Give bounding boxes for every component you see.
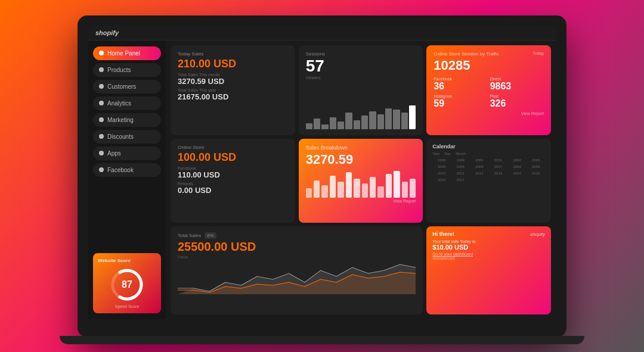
breakdown-bar-item	[386, 174, 392, 198]
cal-year-header: Year	[432, 152, 439, 155]
analytics-icon	[99, 101, 104, 105]
sidebar-item-marketing[interactable]: Marketing	[93, 113, 161, 127]
breakdown-bar-item	[370, 177, 376, 197]
notif-greeting: Hi there!	[432, 231, 454, 237]
bar-item	[338, 122, 344, 129]
breakdown-bar-item	[314, 180, 320, 198]
notification-card: Hi there! shopify Your total sale Today …	[426, 226, 551, 314]
viewers-label: Viewers	[306, 76, 416, 80]
notif-shopify-logo: shopify	[530, 232, 545, 237]
bar-item	[393, 110, 400, 129]
sidebar-item-label: Home Panel	[107, 50, 140, 57]
bar-item	[385, 108, 392, 129]
calendar-cell[interactable]: 2017	[451, 177, 470, 183]
refunds-value: 0.00 USD	[178, 186, 288, 195]
facebook-icon	[99, 167, 104, 172]
cal-month-header: Month	[456, 152, 466, 155]
calendar-cell[interactable]: 2015	[527, 170, 545, 176]
dashboard-content: Today Sales 210.00 USD Total Sales This …	[166, 41, 556, 319]
sessions-bar-chart	[306, 105, 416, 129]
calendar-cell[interactable]: 1998	[432, 157, 451, 163]
calendar-cell[interactable]: 2005	[451, 164, 470, 170]
sidebar-item-customers[interactable]: Customers	[93, 80, 161, 94]
sidebar-item-label: Facebook	[107, 167, 134, 173]
total-year-label: Total Sales This year	[178, 88, 288, 92]
calendar-cell[interactable]: 2012	[470, 170, 489, 176]
total-month-row: Total Sales This month 3270.59 USD	[178, 73, 288, 86]
sidebar-item-label: Products	[107, 67, 131, 73]
breakdown-bar-item	[306, 188, 312, 198]
value-axis-label: Value	[178, 255, 416, 259]
bar-item	[409, 105, 416, 129]
sidebar-item-home[interactable]: Home Panel	[93, 46, 161, 60]
total-sales-header: Total Sales 6%	[178, 232, 416, 239]
calendar-cell[interactable]: 2000	[470, 157, 489, 163]
traffic-facebook-value: 36	[434, 81, 487, 92]
traffic-direct: Direct 9863	[490, 77, 544, 92]
bar-item	[369, 111, 376, 129]
calendar-card: Calendar Year Day Month 1998199920002001…	[426, 139, 551, 223]
calendar-cell[interactable]: 1999	[451, 157, 470, 163]
traffic-facebook-label: Facebook	[434, 77, 487, 81]
discounts-icon	[99, 134, 104, 139]
bar-item	[401, 113, 408, 129]
calendar-cell[interactable]: 2002	[508, 157, 527, 163]
today-sales-label: Today Sales	[178, 51, 288, 57]
breakdown-bar-item	[402, 182, 408, 197]
total-sales-value: 25500.00 USD	[178, 240, 416, 254]
breakdown-bar-item	[354, 179, 360, 198]
calendar-subheader: Year Day Month	[432, 152, 545, 155]
home-icon	[99, 51, 104, 55]
calendar-cell[interactable]: 2013	[489, 170, 507, 176]
breakdown-bar-item	[377, 186, 383, 198]
bar-item	[321, 124, 328, 129]
total-year-row: Total Sales This year 21675.00 USD	[178, 88, 288, 101]
breakdown-bar-item	[362, 183, 368, 198]
calendar-cell[interactable]: 2009	[527, 164, 545, 170]
traffic-total: 10285	[434, 58, 544, 73]
calendar-cell[interactable]: 2001	[489, 157, 507, 163]
facebook-row: Facebook 110.00 USD	[178, 166, 288, 179]
calendar-cell[interactable]: 2006	[470, 164, 489, 170]
cal-day-header: Day	[444, 152, 451, 155]
sidebar-item-discounts[interactable]: Discounts	[93, 130, 161, 144]
website-score-label: Website Score	[98, 258, 131, 263]
customers-icon	[99, 84, 104, 89]
calendar-cell[interactable]: 2008	[508, 164, 527, 170]
score-number: 87	[122, 280, 132, 289]
breakdown-bar-item	[394, 171, 400, 198]
sidebar-item-label: Customers	[107, 83, 136, 90]
traffic-card: Online Store Session by Traffic Today 10…	[426, 45, 551, 135]
calendar-cell[interactable]: 2011	[451, 170, 470, 176]
traffic-paid-value: 326	[490, 98, 544, 109]
sidebar-item-facebook[interactable]: Facebook	[93, 163, 161, 177]
sidebar-item-analytics[interactable]: Analytics	[93, 96, 161, 110]
calendar-cell[interactable]: 2004	[432, 164, 451, 170]
calendar-cell[interactable]: 2014	[508, 170, 527, 176]
sidebar-item-label: Discounts	[107, 133, 134, 140]
calendar-cell[interactable]: 2010	[432, 170, 451, 176]
traffic-paid: Paid 326	[490, 94, 544, 109]
breakdown-bar-item	[346, 172, 352, 197]
breakdown-view-report[interactable]: View Report	[306, 199, 416, 203]
breakdown-value: 3270.59	[306, 152, 416, 167]
today-sales-card: Today Sales 210.00 USD Total Sales This …	[171, 45, 295, 135]
calendar-cell[interactable]: 2003	[527, 157, 545, 163]
traffic-paid-label: Paid	[490, 94, 544, 98]
sidebar-item-apps[interactable]: Apps	[93, 147, 161, 160]
shopify-logo: shopify	[95, 29, 119, 36]
calendar-cell[interactable]: 2016	[432, 177, 451, 183]
total-month-label: Total Sales This month	[178, 73, 288, 77]
sidebar-item-label: Analytics	[107, 100, 131, 107]
sales-breakdown-card: Sales Breakdown 3270.59 View Report	[299, 139, 423, 223]
laptop-frame: shopify Home Panel Products Customers	[78, 15, 566, 337]
sidebar-item-label: Marketing	[107, 117, 134, 123]
traffic-view-report[interactable]: View Report	[434, 111, 544, 116]
calendar-cell[interactable]: 2007	[489, 164, 507, 170]
breakdown-bar-item	[321, 185, 327, 198]
bar-item	[354, 120, 360, 129]
notif-dashboard-link[interactable]: Go to your dashboard	[432, 252, 545, 256]
sidebar-item-products[interactable]: Products	[93, 63, 161, 77]
notif-link2[interactable]: website/cart	[432, 256, 454, 260]
traffic-instagram-label: Instagram	[434, 94, 487, 98]
